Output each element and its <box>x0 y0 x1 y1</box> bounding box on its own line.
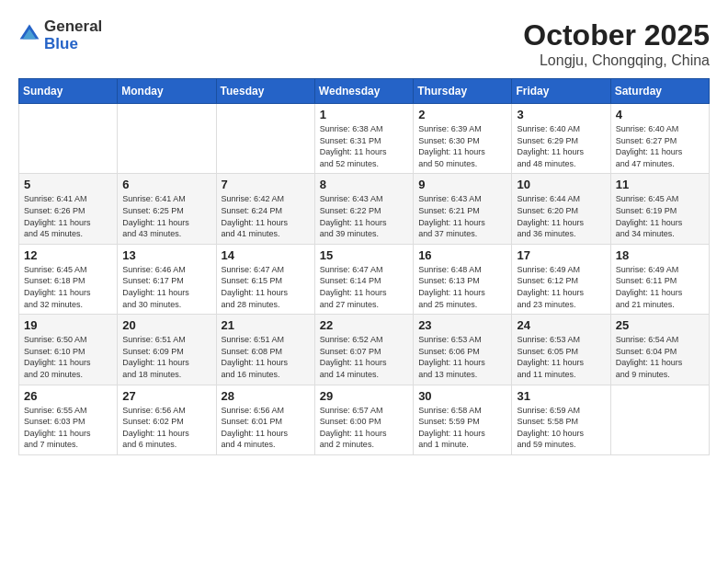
day-number: 21 <box>222 318 310 332</box>
calendar-cell: 18Sunrise: 6:49 AM Sunset: 6:11 PM Dayli… <box>610 244 709 314</box>
day-info: Sunrise: 6:56 AM Sunset: 6:02 PM Dayligh… <box>122 405 210 451</box>
location-title: Longju, Chongqing, China <box>523 52 710 69</box>
day-number: 28 <box>222 389 310 403</box>
day-info: Sunrise: 6:39 AM Sunset: 6:30 PM Dayligh… <box>418 123 506 169</box>
calendar-cell: 2Sunrise: 6:39 AM Sunset: 6:30 PM Daylig… <box>414 104 512 174</box>
day-number: 30 <box>418 389 506 403</box>
calendar-cell: 3Sunrise: 6:40 AM Sunset: 6:29 PM Daylig… <box>512 104 610 174</box>
day-number: 20 <box>122 318 210 332</box>
weekday-header: Sunday <box>19 79 118 104</box>
day-info: Sunrise: 6:58 AM Sunset: 5:59 PM Dayligh… <box>418 405 506 451</box>
day-info: Sunrise: 6:57 AM Sunset: 6:00 PM Dayligh… <box>320 405 408 451</box>
calendar-cell: 22Sunrise: 6:52 AM Sunset: 6:07 PM Dayli… <box>314 315 413 385</box>
calendar-cell: 11Sunrise: 6:45 AM Sunset: 6:19 PM Dayli… <box>610 174 709 244</box>
day-number: 31 <box>517 389 605 403</box>
day-info: Sunrise: 6:45 AM Sunset: 6:18 PM Dayligh… <box>24 264 112 310</box>
calendar-cell: 29Sunrise: 6:57 AM Sunset: 6:00 PM Dayli… <box>314 385 413 454</box>
page-header: General Blue October 2025 Longju, Chongq… <box>18 18 710 69</box>
logo-icon <box>18 23 40 45</box>
day-info: Sunrise: 6:43 AM Sunset: 6:21 PM Dayligh… <box>418 193 506 239</box>
calendar-table: SundayMondayTuesdayWednesdayThursdayFrid… <box>18 78 710 455</box>
weekday-header: Thursday <box>414 79 512 104</box>
day-number: 25 <box>616 318 704 332</box>
day-info: Sunrise: 6:50 AM Sunset: 6:10 PM Dayligh… <box>24 334 112 380</box>
logo: General Blue <box>18 18 102 52</box>
day-info: Sunrise: 6:54 AM Sunset: 6:04 PM Dayligh… <box>616 334 704 380</box>
day-info: Sunrise: 6:47 AM Sunset: 6:14 PM Dayligh… <box>320 264 408 310</box>
calendar-week-row: 1Sunrise: 6:38 AM Sunset: 6:31 PM Daylig… <box>19 104 710 174</box>
calendar-cell: 26Sunrise: 6:55 AM Sunset: 6:03 PM Dayli… <box>19 385 118 454</box>
calendar-week-row: 12Sunrise: 6:45 AM Sunset: 6:18 PM Dayli… <box>19 244 710 314</box>
calendar-cell: 7Sunrise: 6:42 AM Sunset: 6:24 PM Daylig… <box>216 174 314 244</box>
day-number: 9 <box>418 178 506 191</box>
day-info: Sunrise: 6:53 AM Sunset: 6:06 PM Dayligh… <box>418 334 506 380</box>
day-number: 6 <box>122 178 210 191</box>
calendar-week-row: 26Sunrise: 6:55 AM Sunset: 6:03 PM Dayli… <box>19 385 710 454</box>
day-number: 4 <box>616 108 704 121</box>
day-info: Sunrise: 6:56 AM Sunset: 6:01 PM Dayligh… <box>222 405 310 451</box>
day-info: Sunrise: 6:52 AM Sunset: 6:07 PM Dayligh… <box>320 334 408 380</box>
day-info: Sunrise: 6:53 AM Sunset: 6:05 PM Dayligh… <box>517 334 605 380</box>
day-number: 14 <box>222 248 310 262</box>
calendar-cell: 8Sunrise: 6:43 AM Sunset: 6:22 PM Daylig… <box>314 174 413 244</box>
day-info: Sunrise: 6:45 AM Sunset: 6:19 PM Dayligh… <box>616 193 704 239</box>
weekday-header: Wednesday <box>314 79 413 104</box>
logo-general-text: General <box>44 18 102 36</box>
day-number: 19 <box>24 318 112 332</box>
day-info: Sunrise: 6:41 AM Sunset: 6:26 PM Dayligh… <box>24 193 112 239</box>
weekday-header: Monday <box>118 79 216 104</box>
calendar-cell: 12Sunrise: 6:45 AM Sunset: 6:18 PM Dayli… <box>19 244 118 314</box>
calendar-header-row: SundayMondayTuesdayWednesdayThursdayFrid… <box>19 79 710 104</box>
calendar-cell: 21Sunrise: 6:51 AM Sunset: 6:08 PM Dayli… <box>216 315 314 385</box>
day-number: 17 <box>517 248 605 262</box>
day-info: Sunrise: 6:59 AM Sunset: 5:58 PM Dayligh… <box>517 405 605 451</box>
calendar-cell: 31Sunrise: 6:59 AM Sunset: 5:58 PM Dayli… <box>512 385 610 454</box>
calendar-cell: 13Sunrise: 6:46 AM Sunset: 6:17 PM Dayli… <box>118 244 216 314</box>
day-number: 23 <box>418 318 506 332</box>
day-number: 5 <box>24 178 112 191</box>
calendar-cell <box>610 385 709 454</box>
calendar-cell: 25Sunrise: 6:54 AM Sunset: 6:04 PM Dayli… <box>610 315 709 385</box>
calendar-cell: 1Sunrise: 6:38 AM Sunset: 6:31 PM Daylig… <box>314 104 413 174</box>
month-title: October 2025 <box>523 18 710 52</box>
weekday-header: Saturday <box>610 79 709 104</box>
calendar-cell: 16Sunrise: 6:48 AM Sunset: 6:13 PM Dayli… <box>414 244 512 314</box>
calendar-cell: 15Sunrise: 6:47 AM Sunset: 6:14 PM Dayli… <box>314 244 413 314</box>
calendar-cell: 14Sunrise: 6:47 AM Sunset: 6:15 PM Dayli… <box>216 244 314 314</box>
calendar-cell <box>118 104 216 174</box>
day-number: 7 <box>222 178 310 191</box>
calendar-cell <box>216 104 314 174</box>
calendar-cell: 10Sunrise: 6:44 AM Sunset: 6:20 PM Dayli… <box>512 174 610 244</box>
day-number: 24 <box>517 318 605 332</box>
day-number: 15 <box>320 248 408 262</box>
day-number: 12 <box>24 248 112 262</box>
day-info: Sunrise: 6:49 AM Sunset: 6:12 PM Dayligh… <box>517 264 605 310</box>
title-block: October 2025 Longju, Chongqing, China <box>523 18 710 69</box>
day-info: Sunrise: 6:44 AM Sunset: 6:20 PM Dayligh… <box>517 193 605 239</box>
calendar-cell: 9Sunrise: 6:43 AM Sunset: 6:21 PM Daylig… <box>414 174 512 244</box>
day-info: Sunrise: 6:40 AM Sunset: 6:27 PM Dayligh… <box>616 123 704 169</box>
day-info: Sunrise: 6:47 AM Sunset: 6:15 PM Dayligh… <box>222 264 310 310</box>
day-number: 27 <box>122 389 210 403</box>
day-info: Sunrise: 6:51 AM Sunset: 6:08 PM Dayligh… <box>222 334 310 380</box>
day-info: Sunrise: 6:46 AM Sunset: 6:17 PM Dayligh… <box>122 264 210 310</box>
calendar-cell: 4Sunrise: 6:40 AM Sunset: 6:27 PM Daylig… <box>610 104 709 174</box>
day-info: Sunrise: 6:48 AM Sunset: 6:13 PM Dayligh… <box>418 264 506 310</box>
day-number: 26 <box>24 389 112 403</box>
calendar-week-row: 19Sunrise: 6:50 AM Sunset: 6:10 PM Dayli… <box>19 315 710 385</box>
calendar-cell: 5Sunrise: 6:41 AM Sunset: 6:26 PM Daylig… <box>19 174 118 244</box>
day-number: 18 <box>616 248 704 262</box>
day-number: 29 <box>320 389 408 403</box>
calendar-cell: 27Sunrise: 6:56 AM Sunset: 6:02 PM Dayli… <box>118 385 216 454</box>
calendar-cell: 20Sunrise: 6:51 AM Sunset: 6:09 PM Dayli… <box>118 315 216 385</box>
day-number: 8 <box>320 178 408 191</box>
calendar-cell: 28Sunrise: 6:56 AM Sunset: 6:01 PM Dayli… <box>216 385 314 454</box>
weekday-header: Friday <box>512 79 610 104</box>
calendar-cell: 23Sunrise: 6:53 AM Sunset: 6:06 PM Dayli… <box>414 315 512 385</box>
calendar-cell: 24Sunrise: 6:53 AM Sunset: 6:05 PM Dayli… <box>512 315 610 385</box>
day-info: Sunrise: 6:51 AM Sunset: 6:09 PM Dayligh… <box>122 334 210 380</box>
calendar-cell: 6Sunrise: 6:41 AM Sunset: 6:25 PM Daylig… <box>118 174 216 244</box>
weekday-header: Tuesday <box>216 79 314 104</box>
calendar-cell: 19Sunrise: 6:50 AM Sunset: 6:10 PM Dayli… <box>19 315 118 385</box>
day-info: Sunrise: 6:38 AM Sunset: 6:31 PM Dayligh… <box>320 123 408 169</box>
